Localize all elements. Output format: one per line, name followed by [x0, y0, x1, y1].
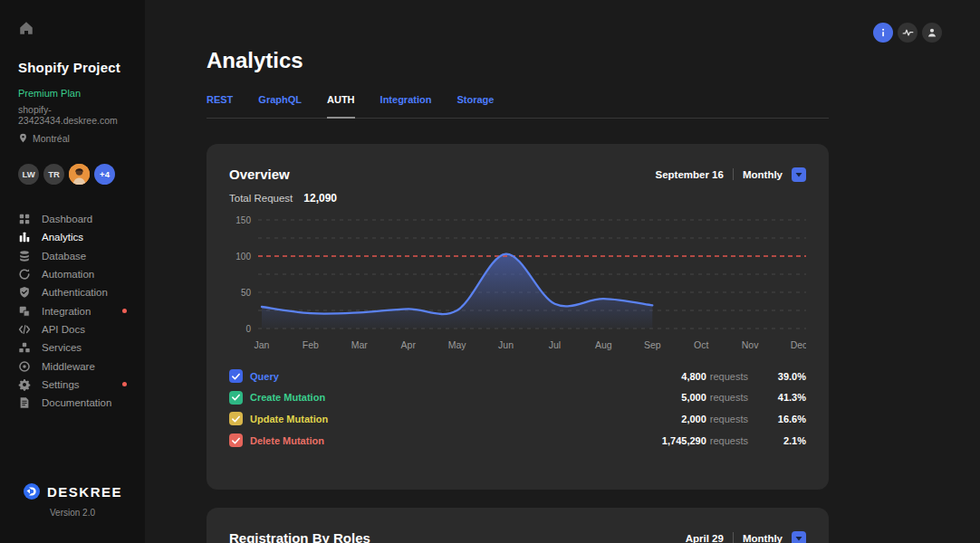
- svg-text:Oct: Oct: [694, 339, 708, 350]
- project-location: Montréal: [18, 132, 127, 144]
- legend-percent: 41.3%: [748, 392, 806, 403]
- svg-text:Aug: Aug: [595, 339, 612, 350]
- brand-block: DESKREE Version 2.0: [0, 482, 145, 518]
- home-icon[interactable]: [18, 20, 34, 36]
- sidebar-item-settings[interactable]: Settings: [18, 376, 127, 394]
- legend-label: Delete Mutation: [250, 435, 324, 446]
- avatar[interactable]: LW: [18, 164, 39, 185]
- sidebar-item-automation[interactable]: Automation: [18, 265, 127, 283]
- legend-checkbox[interactable]: [229, 412, 243, 425]
- sidebar-item-label: Settings: [42, 379, 80, 390]
- overview-range-picker: September 16 Monthly: [655, 167, 806, 182]
- project-name: Shopify Project: [18, 60, 127, 75]
- registration-by-roles-card: Registration By Roles April 29 Monthly: [207, 508, 829, 543]
- api-docs-icon: [18, 323, 31, 336]
- legend-label: Create Mutation: [250, 392, 325, 403]
- location-label: Montréal: [33, 133, 70, 144]
- database-icon: [18, 250, 31, 262]
- svg-text:Apr: Apr: [401, 339, 417, 350]
- avatar-photo[interactable]: [69, 164, 90, 185]
- authentication-icon: [18, 286, 31, 299]
- team-avatars: LWTR+4: [18, 164, 127, 185]
- app-root: Shopify Project Premium Plan shopify-234…: [0, 0, 980, 543]
- sidebar-item-api-docs[interactable]: API Docs: [18, 320, 127, 338]
- services-icon: [18, 341, 31, 354]
- sidebar-item-label: Dashboard: [42, 214, 92, 224]
- user-icon[interactable]: [922, 23, 942, 43]
- middleware-icon: [18, 360, 31, 373]
- svg-text:Jan: Jan: [255, 339, 270, 350]
- sidebar-item-database[interactable]: Database: [18, 247, 127, 265]
- page-title: Analytics: [207, 48, 980, 73]
- brand-name: DESKREE: [47, 484, 122, 500]
- sidebar-item-label: Database: [42, 251, 86, 262]
- tab-graphql[interactable]: GraphQL: [258, 94, 302, 119]
- legend-label: Query: [250, 371, 279, 382]
- sidebar-item-documentation[interactable]: Documentation: [18, 394, 127, 412]
- sidebar-nav: DashboardAnalyticsDatabaseAutomationAuth…: [18, 210, 127, 412]
- legend-percent: 39.0%: [748, 371, 806, 382]
- version-label: Version 2.0: [0, 508, 145, 518]
- legend-value: 1,745,290: [662, 435, 706, 446]
- tab-rest[interactable]: REST: [207, 94, 233, 119]
- svg-text:0: 0: [245, 324, 251, 334]
- avatar-more-badge[interactable]: +4: [94, 164, 115, 185]
- legend-unit: requests: [710, 392, 748, 403]
- legend-value: 4,800: [681, 371, 706, 382]
- avatar[interactable]: TR: [43, 164, 64, 185]
- legend-unit: requests: [710, 371, 748, 382]
- svg-text:Nov: Nov: [742, 339, 759, 350]
- sidebar-item-dashboard[interactable]: Dashboard: [18, 210, 127, 228]
- sidebar-item-authentication[interactable]: Authentication: [18, 283, 127, 301]
- automation-icon: [18, 268, 31, 281]
- legend-percent: 2.1%: [748, 435, 806, 446]
- topbar-icons: [873, 23, 942, 43]
- sidebar: Shopify Project Premium Plan shopify-234…: [0, 0, 145, 543]
- sidebar-item-label: Automation: [42, 269, 94, 280]
- overview-title: Overview: [229, 167, 290, 182]
- sidebar-item-label: Services: [42, 342, 82, 353]
- range-divider: [733, 532, 734, 543]
- requests-area-chart[interactable]: 050100150JanFebMarAprMayJunJulAugSepOctN…: [229, 213, 806, 356]
- total-request-row: Total Request 12,090: [229, 192, 806, 205]
- legend-row-delete-mutation: Delete Mutation1,745,290requests2.1%: [229, 430, 806, 452]
- sidebar-item-label: Integration: [42, 306, 91, 317]
- integration-icon: [18, 305, 31, 318]
- dashboard-icon: [18, 213, 31, 225]
- sidebar-item-label: Documentation: [42, 397, 111, 408]
- roles-date: April 29: [686, 533, 724, 543]
- sidebar-item-label: API Docs: [42, 324, 85, 335]
- tab-integration[interactable]: Integration: [380, 94, 432, 119]
- sidebar-item-middleware[interactable]: Middleware: [18, 357, 127, 375]
- legend-row-query: Query4,800requests39.0%: [229, 366, 806, 387]
- svg-text:50: 50: [241, 288, 252, 298]
- roles-title: Registration By Roles: [229, 530, 370, 543]
- notification-dot: [122, 309, 127, 313]
- roles-period-dropdown[interactable]: [792, 531, 806, 543]
- sidebar-item-analytics[interactable]: Analytics: [18, 228, 127, 246]
- svg-text:Sep: Sep: [644, 339, 661, 350]
- legend-checkbox[interactable]: [229, 391, 243, 405]
- sidebar-item-integration[interactable]: Integration: [18, 301, 127, 319]
- activity-icon[interactable]: [898, 23, 918, 43]
- svg-text:Dec: Dec: [791, 339, 806, 350]
- svg-text:100: 100: [235, 252, 251, 262]
- svg-text:Jul: Jul: [549, 339, 561, 350]
- analytics-icon: [18, 231, 31, 243]
- svg-text:Jun: Jun: [498, 339, 514, 350]
- svg-text:Feb: Feb: [303, 339, 319, 350]
- total-request-label: Total Request: [229, 193, 293, 204]
- legend-row-create-mutation: Create Mutation5,000requests41.3%: [229, 387, 806, 409]
- legend-checkbox[interactable]: [229, 369, 243, 383]
- legend-checkbox[interactable]: [229, 433, 243, 447]
- tab-storage[interactable]: Storage: [456, 94, 494, 119]
- sidebar-item-services[interactable]: Services: [18, 338, 127, 357]
- tab-auth[interactable]: AUTH: [327, 94, 355, 119]
- sidebar-item-label: Analytics: [42, 232, 83, 243]
- legend-unit: requests: [710, 435, 748, 446]
- overview-date: September 16: [655, 169, 723, 180]
- info-icon[interactable]: [873, 23, 893, 43]
- overview-period-dropdown[interactable]: [792, 167, 806, 182]
- legend-label: Update Mutation: [250, 414, 328, 424]
- overview-card: Overview September 16 Monthly Total Requ…: [207, 144, 829, 490]
